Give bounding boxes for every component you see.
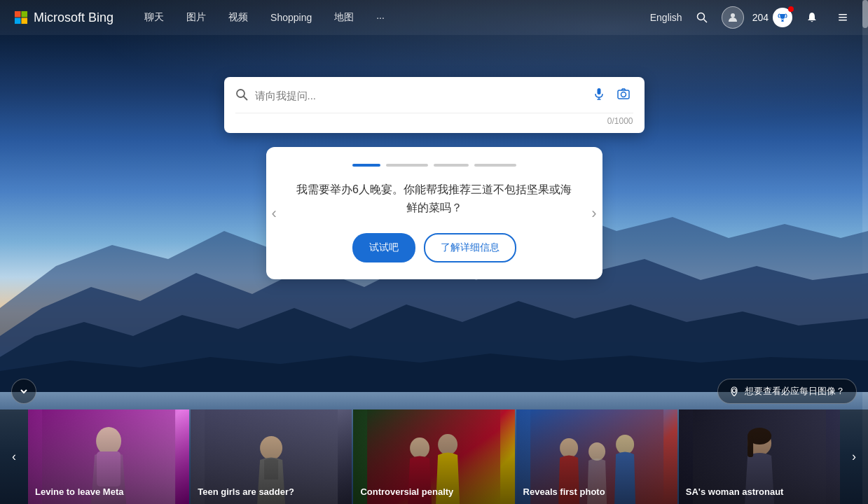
search-icon xyxy=(696,12,708,23)
trophy-icon xyxy=(778,13,787,22)
nav-item-maps[interactable]: 地图 xyxy=(324,7,364,28)
nav-items: 聊天 图片 视频 Shopping 地图 ··· xyxy=(135,7,650,28)
svg-line-16 xyxy=(243,96,247,100)
svg-rect-17 xyxy=(597,88,600,94)
svg-point-15 xyxy=(237,90,244,97)
dot-3 xyxy=(434,164,469,167)
news-prev-button[interactable]: ‹ xyxy=(0,410,28,504)
nav-item-shopping[interactable]: Shopping xyxy=(261,8,322,27)
news-strip: ‹ xyxy=(0,410,868,504)
search-icon-wrap xyxy=(235,88,248,104)
news-card-penalty[interactable]: Controversial penalty xyxy=(353,410,514,504)
svg-rect-5 xyxy=(21,11,27,18)
svg-rect-11 xyxy=(781,20,784,20)
svg-rect-7 xyxy=(21,18,27,24)
dot-1 xyxy=(352,164,380,167)
bottom-section: 想要查看必应每日图像？ ‹ xyxy=(0,379,868,504)
search-nav-button[interactable] xyxy=(691,6,713,29)
news-card-teen[interactable]: Teen girls are sadder? xyxy=(191,410,352,504)
news-card-astronaut[interactable]: SA's woman astronaut xyxy=(679,410,840,504)
bing-logo-text: Microsoft Bing xyxy=(34,10,113,25)
prompt-buttons: 试试吧 了解详细信息 xyxy=(291,233,577,262)
dot-4 xyxy=(474,164,516,167)
char-counter: 0/1000 xyxy=(235,113,633,126)
nav-item-videos[interactable]: 视频 xyxy=(219,7,258,28)
news-next-button[interactable]: › xyxy=(840,410,868,504)
svg-line-9 xyxy=(703,20,707,23)
points-count: 204 xyxy=(752,12,769,23)
nav-item-more[interactable]: ··· xyxy=(366,8,394,27)
navbar: Microsoft Bing 聊天 图片 视频 Shopping 地图 ··· … xyxy=(0,0,868,35)
mic-icon xyxy=(593,88,605,100)
user-icon xyxy=(727,12,738,23)
dot-2 xyxy=(386,164,428,167)
progress-dots xyxy=(291,164,577,167)
daily-image-label: 想要查看必应每日图像？ xyxy=(745,385,845,398)
news-cards: Levine to leave Meta xyxy=(28,410,840,504)
microsoft-logo-icon xyxy=(14,10,28,24)
camera-icon xyxy=(616,87,631,101)
points-badge xyxy=(773,8,792,27)
svg-point-22 xyxy=(733,389,736,393)
location-icon xyxy=(729,386,739,396)
user-avatar[interactable] xyxy=(722,6,744,29)
news-card-content-astronaut: SA's woman astronaut xyxy=(679,481,840,504)
search-icon xyxy=(235,88,248,101)
microphone-button[interactable] xyxy=(590,84,608,107)
news-card-reveals[interactable]: Reveals first photo xyxy=(516,410,677,504)
notifications-button[interactable] xyxy=(801,6,823,29)
news-card-levine[interactable]: Levine to leave Meta xyxy=(28,410,189,504)
learn-more-button[interactable]: 了解详细信息 xyxy=(424,233,516,262)
try-it-button[interactable]: 试试吧 xyxy=(352,233,415,262)
svg-point-8 xyxy=(697,13,704,20)
points-container[interactable]: 204 xyxy=(752,8,792,27)
nav-item-images[interactable]: 图片 xyxy=(177,7,216,28)
menu-button[interactable] xyxy=(832,6,854,29)
news-card-content-penalty: Controversial penalty xyxy=(353,481,514,504)
scroll-down-button[interactable] xyxy=(11,379,36,404)
svg-point-10 xyxy=(731,13,735,18)
prompt-card: ‹ › 我需要举办6人晚宴。你能帮我推荐三道不包括坚果或海鲜的菜吗？ 试试吧 了… xyxy=(266,147,602,279)
news-card-title-teen: Teen girls are sadder? xyxy=(198,486,345,498)
svg-rect-14 xyxy=(839,20,847,21)
card-next-button[interactable]: › xyxy=(591,204,596,223)
news-card-title-levine: Levine to leave Meta xyxy=(35,486,182,498)
daily-image-button[interactable]: 想要查看必应每日图像？ xyxy=(717,379,857,404)
news-card-title-penalty: Controversial penalty xyxy=(360,486,507,498)
news-card-title-reveals: Reveals first photo xyxy=(523,486,670,498)
svg-rect-13 xyxy=(839,17,847,18)
search-box: 0/1000 xyxy=(224,77,645,133)
news-card-title-astronaut: SA's woman astronaut xyxy=(686,486,833,498)
hamburger-icon xyxy=(837,12,848,23)
news-card-content-teen: Teen girls are sadder? xyxy=(191,481,352,504)
nav-item-chat[interactable]: 聊天 xyxy=(135,7,174,28)
svg-rect-4 xyxy=(15,11,21,18)
language-selector[interactable]: English xyxy=(650,12,682,23)
image-search-button[interactable] xyxy=(614,84,633,107)
card-prev-button[interactable]: ‹ xyxy=(272,204,277,223)
search-actions xyxy=(590,84,633,107)
main-content: 0/1000 ‹ › 我需要举办6人晚宴。你能帮我推荐三道不包括坚果或海鲜的菜吗… xyxy=(0,35,868,279)
logo[interactable]: Microsoft Bing xyxy=(14,10,113,25)
nav-right: English 204 xyxy=(650,6,854,29)
prompt-text: 我需要举办6人晚宴。你能帮我推荐三道不包括坚果或海鲜的菜吗？ xyxy=(291,181,577,216)
svg-rect-12 xyxy=(839,14,847,15)
bottom-controls: 想要查看必应每日图像？ xyxy=(0,379,868,404)
svg-rect-6 xyxy=(15,18,21,24)
news-card-content-reveals: Reveals first photo xyxy=(516,481,677,504)
news-card-content-levine: Levine to leave Meta xyxy=(28,481,189,504)
svg-point-21 xyxy=(621,92,626,97)
search-input[interactable] xyxy=(255,90,583,102)
chevron-down-icon xyxy=(19,386,29,396)
bell-icon xyxy=(806,12,818,23)
